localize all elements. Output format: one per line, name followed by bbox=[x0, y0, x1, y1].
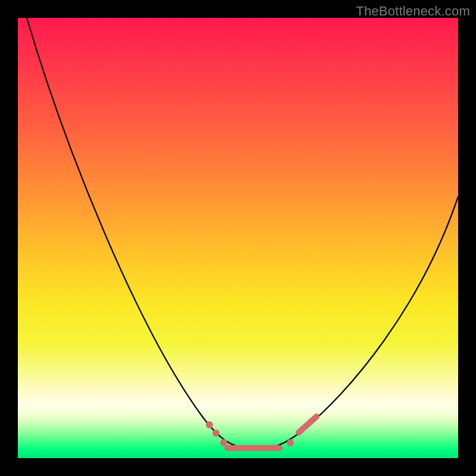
watermark-text: TheBottleneck.com bbox=[356, 4, 470, 19]
marker-dot bbox=[220, 439, 227, 446]
curve-svg bbox=[18, 18, 458, 458]
chart-frame: TheBottleneck.com bbox=[0, 0, 476, 476]
marker-dot bbox=[212, 430, 220, 437]
bottleneck-curve bbox=[27, 18, 458, 449]
highlight-right-rise bbox=[299, 416, 317, 433]
marker-dot bbox=[206, 421, 213, 428]
marker-dot bbox=[287, 439, 294, 446]
plot-area bbox=[18, 18, 458, 458]
